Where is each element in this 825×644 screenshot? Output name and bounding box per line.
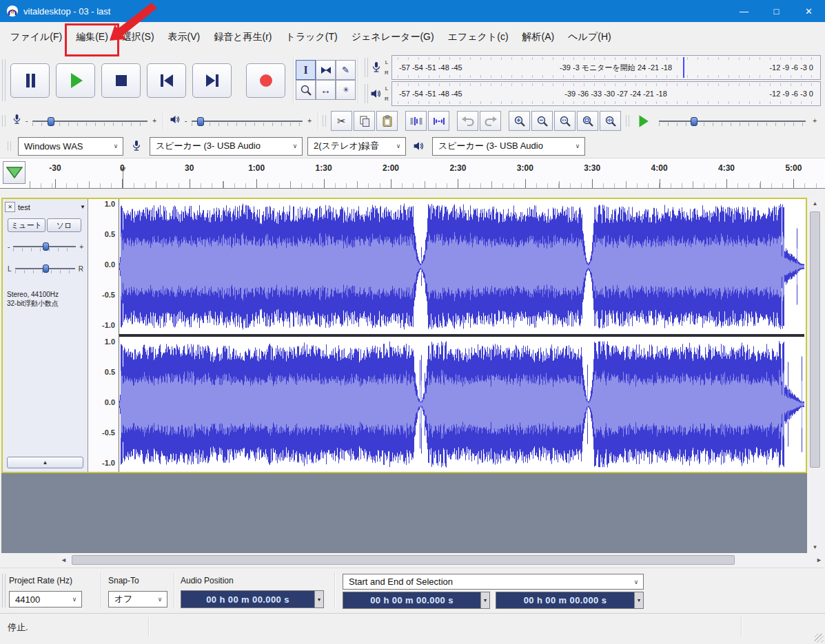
pan-slider[interactable]: [14, 262, 77, 275]
slider-thumb[interactable]: [691, 117, 697, 126]
spinner-icon[interactable]: ▾: [480, 592, 489, 608]
snap-to-select[interactable]: オフ ∨: [108, 591, 167, 607]
recording-device-select[interactable]: スピーカー (3- USB Audio ∨: [150, 137, 303, 156]
zoom-toggle-button[interactable]: [600, 111, 621, 131]
timeshift-tool-button[interactable]: ↔: [316, 80, 336, 100]
playback-meter[interactable]: L R -57 -54 -51 -48 -45 -39 -36 -33 -30 …: [363, 81, 821, 106]
cut-button[interactable]: ✂: [331, 111, 352, 131]
track-collapse-button[interactable]: ▲: [7, 457, 83, 468]
envelope-tool-button[interactable]: [316, 60, 336, 80]
scroll-up-icon[interactable]: ▲: [808, 198, 822, 209]
timeline-ruler[interactable]: -300301:001:302:002:303:003:304:004:305:…: [0, 158, 825, 189]
selection-end-field[interactable]: 00 h 00 m 00.000 s ▾: [496, 592, 644, 609]
waveform-canvas[interactable]: [119, 199, 804, 472]
close-button[interactable]: ✕: [793, 0, 825, 22]
track-menu-icon[interactable]: ▼: [80, 204, 85, 210]
scroll-down-icon[interactable]: ▼: [808, 541, 822, 553]
draw-tool-button[interactable]: ✎: [336, 60, 356, 80]
playback-meter-scale[interactable]: -57 -54 -51 -48 -45 -39 -36 -33 -30 -27 …: [391, 81, 821, 106]
resize-grip[interactable]: [815, 634, 824, 643]
zoom-out-button[interactable]: [531, 111, 553, 131]
menu-view[interactable]: 表示(V): [161, 26, 207, 48]
menu-select[interactable]: 選択(S): [115, 26, 161, 48]
menu-analyze[interactable]: 解析(A): [516, 26, 562, 48]
spinner-icon[interactable]: ▾: [634, 592, 643, 608]
menu-transport[interactable]: 録音と再生(r): [207, 26, 278, 48]
menu-generate[interactable]: ジェネレーター(G): [345, 26, 441, 48]
play-at-speed-button[interactable]: [634, 111, 652, 131]
zoom-toggle-icon: [604, 115, 617, 127]
vertical-scrollbar[interactable]: ▲ ▼: [808, 198, 822, 553]
menu-file[interactable]: ファイル(F): [3, 26, 69, 48]
toolbar-grip[interactable]: [323, 115, 326, 127]
mute-button[interactable]: ミュート: [8, 218, 45, 232]
selection-start-field[interactable]: 00 h 00 m 00.000 s ▾: [343, 592, 490, 609]
solo-button[interactable]: ソロ: [47, 218, 81, 232]
record-icon: [256, 71, 276, 90]
toolbar-grip[interactable]: [365, 58, 368, 77]
quick-play-icon: [6, 167, 23, 179]
horizontal-scrollbar-thumb[interactable]: [72, 555, 735, 565]
scroll-right-icon[interactable]: ►: [813, 553, 825, 567]
status-text: 停止.: [8, 621, 28, 634]
scroll-left-icon[interactable]: ◄: [58, 553, 70, 567]
playback-device-select[interactable]: スピーカー (3- USB Audio ∨: [432, 137, 585, 156]
zoom-selection-button[interactable]: [554, 111, 576, 131]
menu-edit[interactable]: 編集(E): [69, 26, 115, 48]
project-rate-select[interactable]: 44100 ∨: [9, 591, 82, 607]
horizontal-scrollbar[interactable]: ◄ ►: [58, 553, 825, 567]
pause-button[interactable]: [10, 63, 50, 98]
toolbar-grip[interactable]: [626, 115, 629, 127]
slider-thumb[interactable]: [43, 242, 49, 251]
menu-help[interactable]: ヘルプ(H): [561, 26, 618, 48]
slider-thumb[interactable]: [43, 264, 49, 273]
multi-tool-button[interactable]: ✳: [336, 80, 356, 100]
gain-slider[interactable]: [12, 240, 77, 253]
quick-play-button[interactable]: [3, 161, 26, 184]
toolbar-grip[interactable]: [2, 574, 6, 607]
skip-to-start-button[interactable]: [147, 63, 186, 98]
toolbar-grip[interactable]: [365, 84, 368, 103]
zoom-in-icon: [513, 115, 526, 127]
stop-button[interactable]: [101, 63, 141, 98]
recording-meter[interactable]: L R -57 -54 -51 -48 -45 -39 -3 モニターを開始 2…: [363, 55, 821, 80]
paste-button[interactable]: [376, 111, 398, 131]
toolbar-grip[interactable]: [2, 59, 6, 101]
minimize-button[interactable]: —: [728, 0, 760, 22]
project-rate-label: Project Rate (Hz): [9, 576, 72, 585]
redo-button[interactable]: [480, 111, 501, 131]
selection-tool-button[interactable]: I: [296, 60, 316, 80]
menu-tracks[interactable]: トラック(T): [279, 26, 345, 48]
zoom-in-button[interactable]: [509, 111, 530, 131]
recording-volume-slider[interactable]: [31, 114, 149, 128]
vertical-ruler[interactable]: 1.00.50.0-0.5-1.01.00.50.0-0.5-1.0: [88, 199, 119, 472]
trim-audio-button[interactable]: [405, 111, 427, 131]
selection-mode-select[interactable]: Start and End of Selection ∨: [343, 574, 644, 590]
audio-host-select[interactable]: Windows WAS ∨: [18, 137, 123, 156]
spinner-icon[interactable]: ▾: [314, 591, 323, 607]
toolbar-grip[interactable]: [2, 115, 6, 127]
vertical-scrollbar-thumb[interactable]: [810, 211, 820, 468]
maximize-button[interactable]: □: [760, 0, 793, 22]
audio-position-field[interactable]: 00 h 00 m 00.000 s ▾: [181, 590, 324, 608]
copy-button[interactable]: [354, 111, 375, 131]
track-close-button[interactable]: ✕: [5, 202, 15, 212]
track-title-bar[interactable]: test ▼: [18, 202, 85, 212]
play-button[interactable]: [56, 63, 95, 98]
zoom-project-button[interactable]: [577, 111, 598, 131]
undo-button[interactable]: [457, 111, 478, 131]
play-speed-slider[interactable]: [658, 114, 807, 128]
toolbar-grip[interactable]: [8, 141, 11, 151]
slider-thumb[interactable]: [48, 117, 54, 126]
zoom-tool-button[interactable]: [296, 80, 316, 100]
playback-volume-slider[interactable]: [190, 114, 304, 128]
recording-channels-select[interactable]: 2(ステレオ)録音 ∨: [307, 137, 406, 156]
status-bar: 停止.: [0, 613, 825, 644]
recording-meter-scale[interactable]: -57 -54 -51 -48 -45 -39 -3 モニターを開始 24 -2…: [391, 55, 821, 80]
skip-to-end-button[interactable]: [192, 63, 232, 98]
silence-audio-button[interactable]: [428, 111, 449, 131]
empty-track-background[interactable]: [1, 473, 807, 553]
slider-thumb[interactable]: [197, 117, 204, 126]
menu-effect[interactable]: エフェクト(c): [441, 26, 516, 48]
record-button[interactable]: [246, 63, 285, 98]
